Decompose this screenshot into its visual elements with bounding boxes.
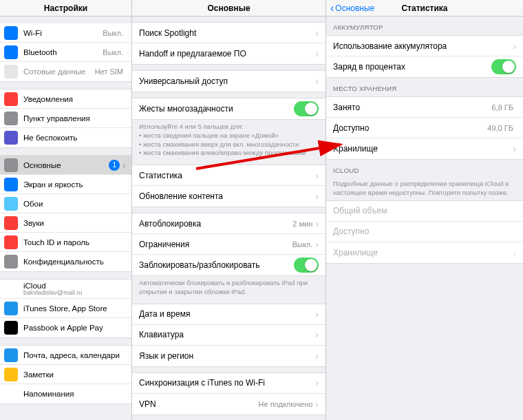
settings-row[interactable]: Обновление контента› [132,186,325,207]
sidebar-item[interactable]: iCloudbakvladislav@mail.ru [0,280,131,299]
sidebar-item-label: iCloud [23,282,126,290]
stats-row[interactable]: Хранилище› [326,242,523,263]
stats-row-label: Хранилище [333,144,513,154]
sidebar-item[interactable]: Wi-FiВыкл. [0,23,131,43]
settings-row-label: Клавиатура [139,330,315,339]
chevron-right-icon: › [315,219,319,229]
sidebar-item[interactable]: Touch ID и пароль [0,233,131,252]
chevron-right-icon: › [122,160,126,170]
stats-row-label: Использование аккумулятора [333,41,513,51]
app-icon [4,131,18,145]
chevron-right-icon: › [315,240,319,249]
mid-title: Основные [207,3,250,13]
stats-row[interactable]: Заряд в процентах [326,56,523,77]
app-icon [4,216,18,230]
stats-row: Доступно [326,222,523,242]
sidebar-item[interactable]: Звуки [0,213,131,233]
settings-row[interactable]: Универсальный доступ› [132,71,325,92]
chevron-right-icon: › [315,76,319,86]
settings-row-value: Не подключено [259,400,313,408]
settings-row[interactable]: Заблокировать/разблокировать [132,255,325,275]
sidebar-item[interactable]: Пункт управления [0,109,131,128]
section-note: Подробные данные о распределении хранили… [326,177,523,199]
sidebar-item-label: Экран и яркость [23,180,126,189]
sidebar-item-label: Конфиденциальность [23,258,126,266]
stats-row-label: Занято [333,103,491,112]
settings-row[interactable]: Жесты многозадачности [132,98,325,119]
sidebar-item[interactable]: Обои [0,194,131,213]
sidebar-item[interactable]: Уведомления [0,90,131,109]
chevron-right-icon: › [315,399,319,409]
sidebar-item-label: Bluetooth [23,48,103,56]
sidebar-item[interactable]: BluetoothВыкл. [0,43,131,62]
settings-row-value: Выкл. [292,240,313,249]
stats-row-label: Заряд в процентах [333,62,491,72]
settings-row[interactable]: Автоблокировка2 мин› [132,213,325,234]
settings-row[interactable]: Клавиатура› [132,325,325,346]
settings-row-label: Заблокировать/разблокировать [139,260,294,270]
settings-row[interactable]: VPNНе подключено› [132,394,325,414]
stats-row: Доступно49,0 ГБ [326,118,523,138]
settings-row-label: Жесты многозадачности [139,104,294,114]
settings-row-label: Синхронизация с iTunes по Wi-Fi [139,378,315,388]
stats-row-label: Хранилище [333,248,513,258]
chevron-right-icon: › [315,309,319,319]
sidebar-item-label: Заметки [23,370,126,379]
settings-row[interactable]: Статистика› [132,165,325,186]
toggle-switch[interactable] [294,101,319,116]
app-icon [4,92,18,106]
settings-row[interactable]: ОграниченияВыкл.› [132,234,325,255]
back-label: Основные [335,3,374,13]
app-icon [4,45,18,59]
settings-row-label: VPN [139,399,259,409]
sidebar-item-label: Почта, адреса, календари [23,351,126,359]
sidebar-item[interactable]: Конфиденциальность [0,252,131,271]
section-footer: Автоматически блокировать и разблокирова… [132,276,325,298]
chevron-right-icon: › [513,248,516,258]
chevron-right-icon: › [513,41,516,51]
stats-row: Занято6,8 ГБ [326,97,523,118]
sidebar-item[interactable]: Сотовые данныеНет SIM [0,62,131,81]
sidebar-item[interactable]: Почта, адреса, календари [0,346,131,365]
settings-row-label: Дата и время [139,309,315,319]
settings-row[interactable]: Дата и время› [132,304,325,325]
sidebar-item[interactable]: Экран и яркость [0,175,131,194]
app-icon [4,112,18,125]
toggle-switch[interactable] [294,258,319,273]
left-title: Настройки [44,3,87,13]
sidebar-item[interactable]: Основные1› [0,156,131,175]
stats-row-label: Доступно [333,227,516,236]
sidebar-item-label: Уведомления [23,95,126,103]
sidebar-item[interactable]: Заметки [0,365,131,384]
sidebar-item-label: Обои [23,200,126,208]
stats-row[interactable]: Хранилище› [326,138,523,159]
sidebar-item[interactable]: Не беспокоить [0,128,131,147]
back-button[interactable]: ‹ Основные [330,3,374,14]
sidebar-item-label: Пункт управления [23,114,126,123]
sidebar-item-sub: bakvladislav@mail.ru [23,290,126,297]
stats-row-value: 49,0 ГБ [487,124,513,132]
settings-row-label: Поиск Spotlight [139,28,315,38]
settings-row-label: Статистика [139,171,315,180]
sidebar-item[interactable]: iTunes Store, App Store [0,299,131,318]
settings-row-value: 2 мин [292,220,312,228]
stats-row[interactable]: Использование аккумулятора› [326,36,523,56]
settings-row[interactable]: Handoff и предлагаемое ПО› [132,43,325,64]
chevron-right-icon: › [315,191,319,201]
sidebar-item-label: Напоминания [23,390,126,398]
settings-row[interactable]: Поиск Spotlight› [132,23,325,43]
settings-row[interactable]: Язык и регион› [132,346,325,366]
settings-row-label: Ограничения [139,240,292,249]
sidebar-item[interactable]: Passbook и Apple Pay [0,318,131,337]
chevron-right-icon: › [315,351,319,361]
sidebar-item[interactable]: Напоминания [0,384,131,403]
settings-row[interactable]: Синхронизация с iTunes по Wi-Fi› [132,373,325,394]
settings-row-label: Handoff и предлагаемое ПО [139,49,315,59]
right-header: ‹ Основные Статистика [326,0,523,17]
sidebar-item-label: Звуки [23,219,126,227]
stats-row-value: 6,8 ГБ [491,103,513,112]
sidebar-item-label: Не беспокоить [23,134,126,142]
toggle-switch[interactable] [491,59,516,74]
chevron-right-icon: › [315,378,319,388]
app-icon [4,197,18,211]
